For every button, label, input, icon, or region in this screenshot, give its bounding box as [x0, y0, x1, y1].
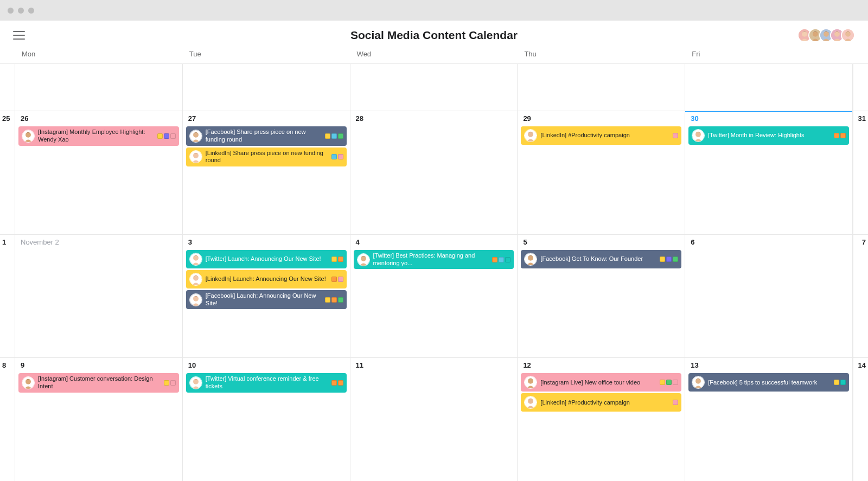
svg-point-3	[813, 31, 818, 37]
day-number: 26	[18, 114, 179, 125]
collaborator-avatars[interactable]	[801, 28, 855, 42]
assignee-avatar	[692, 129, 705, 142]
task-title: [Instagram] Customer conver­sation: Desi…	[38, 375, 161, 390]
menu-icon[interactable]	[13, 31, 25, 40]
calendar-day[interactable]: 3 [Twitter] Launch: Announcing Our New S…	[183, 235, 350, 358]
day-number: 14	[858, 361, 866, 369]
assignee-avatar	[524, 396, 537, 409]
weekday-label: Wed	[350, 48, 518, 60]
tag-swatch	[666, 256, 672, 262]
assignee-avatar	[189, 273, 202, 286]
svg-point-27	[361, 255, 366, 261]
task-card[interactable]: [LinkedIn] #Productivity campaign	[521, 126, 681, 145]
day-number: 27	[186, 114, 347, 125]
task-title: [LinkedIn] #Productivity campaign	[540, 132, 669, 139]
traffic-light-dot	[28, 8, 34, 14]
collaborator-avatar[interactable]	[841, 28, 855, 42]
task-card[interactable]: [Instagram] Monthly Employ­ee Highlight:…	[18, 126, 179, 146]
weekend-edge-right: 14	[853, 358, 868, 481]
tag-row	[325, 297, 343, 303]
tag-swatch	[331, 154, 337, 159]
task-card[interactable]: [Instagram Live] New office tour video	[521, 373, 681, 392]
calendar-day[interactable]: 28	[350, 111, 518, 234]
task-card[interactable]: [Twitter] Virtual conference re­minder &…	[186, 373, 347, 393]
tag-row	[660, 380, 678, 385]
calendar-day[interactable]	[15, 64, 183, 111]
calendar-week	[0, 63, 868, 111]
tag-swatch	[338, 256, 343, 262]
calendar-day[interactable]	[685, 64, 853, 111]
svg-point-21	[193, 255, 199, 261]
calendar-day[interactable]: 4 [Twitter] Best Practices: Managing and…	[350, 235, 518, 358]
tag-swatch	[666, 380, 672, 385]
tag-swatch	[338, 277, 343, 282]
weekend-edge-right	[853, 64, 868, 111]
calendar-day[interactable]: 12 [Instagram Live] New office tour vide…	[518, 358, 685, 481]
svg-point-23	[193, 275, 199, 281]
tag-swatch	[840, 380, 846, 385]
calendar-day[interactable]: 9 [Instagram] Customer conver­sation: De…	[15, 358, 183, 481]
tag-swatch	[673, 256, 678, 262]
calendar-day[interactable]: 11	[350, 358, 518, 481]
calendar-day[interactable]: November 2	[15, 235, 183, 358]
calendar-day[interactable]: 6	[685, 235, 853, 358]
assignee-avatar	[189, 150, 202, 163]
task-title: [LinkedIn] Launch: Announcing Our New Si…	[206, 275, 328, 283]
calendar-day[interactable]: 13 [Facebook] 5 tips to successful teamw…	[685, 358, 853, 481]
svg-point-39	[695, 379, 701, 384]
weekday-label: Thu	[518, 48, 685, 60]
svg-point-11	[25, 132, 31, 138]
tag-swatch	[331, 256, 337, 262]
calendar-day[interactable]: 5 [Facebook] Get To Know: Our Founder	[518, 235, 685, 358]
svg-point-17	[528, 132, 533, 137]
calendar-week: 1November 23 [Twitter] Launch: Announcin…	[0, 234, 868, 358]
day-number: 8	[2, 361, 6, 369]
task-card[interactable]: [Instagram] Customer conver­sation: Desi…	[18, 373, 179, 393]
task-card[interactable]: [Twitter] Launch: Announcing Our New Sit…	[186, 250, 347, 268]
tag-swatch	[338, 133, 343, 139]
task-card[interactable]: [Twitter] Best Practices: Managing and m…	[354, 250, 514, 270]
task-card[interactable]: [Facebook] Share press piece on new fund…	[186, 126, 347, 146]
window-chrome	[0, 0, 868, 21]
weekend-edge-right: 31	[853, 111, 868, 234]
svg-point-19	[695, 132, 701, 137]
task-title: [Instagram] Monthly Employ­ee Highlight:…	[38, 129, 154, 144]
tag-swatch	[338, 154, 343, 159]
weekend-edge-right: 7	[853, 235, 868, 358]
day-number: 11	[354, 361, 514, 371]
task-card[interactable]: [Twitter] Month in Review: Highlights	[688, 126, 849, 145]
tag-row	[157, 133, 176, 139]
task-card[interactable]: [Facebook] 5 tips to successful teamwork	[688, 373, 849, 392]
assignee-avatar	[524, 253, 537, 266]
task-card[interactable]: [Facebook] Get To Know: Our Founder	[521, 250, 681, 268]
calendar-day[interactable]	[183, 64, 350, 111]
tag-row	[492, 257, 510, 262]
task-card[interactable]: [LinkedIn] Launch: Announcing Our New Si…	[186, 270, 347, 288]
tag-swatch	[325, 133, 330, 139]
task-card[interactable]: [LinkedIn] Share press piece on new fund…	[186, 147, 347, 167]
task-title: [Twitter] Virtual conference re­minder &…	[206, 375, 328, 390]
assignee-avatar	[189, 293, 202, 306]
task-title: [LinkedIn] #Productivity campaign	[540, 399, 669, 407]
calendar-day[interactable]: 27 [Facebook] Share press piece on new f…	[183, 111, 350, 234]
day-number: 29	[521, 114, 681, 125]
calendar-day[interactable]	[518, 64, 685, 111]
tag-swatch	[660, 256, 665, 262]
day-number: 12	[521, 361, 681, 371]
assignee-avatar	[189, 130, 202, 143]
calendar-day[interactable]: 26 [Instagram] Monthly Employ­ee Highlig…	[15, 111, 183, 234]
tag-row	[331, 154, 343, 159]
calendar-day[interactable]: 30 [Twitter] Month in Review: Highlights	[685, 111, 853, 234]
task-title: [Instagram Live] New office tour video	[540, 379, 656, 387]
task-card[interactable]: [LinkedIn] #Productivity campaign	[521, 393, 681, 412]
calendar-day[interactable]: 10 [Twitter] Virtual conference re­minde…	[183, 358, 350, 481]
task-card[interactable]: [Facebook] Launch: An­nouncing Our New S…	[186, 290, 347, 310]
svg-point-15	[193, 153, 199, 158]
calendar-day[interactable]: 29 [LinkedIn] #Productivity campaign	[518, 111, 685, 234]
calendar-day[interactable]	[350, 64, 518, 111]
tag-swatch	[170, 380, 176, 386]
day-number: 13	[688, 361, 849, 371]
assignee-avatar	[357, 253, 370, 266]
tag-swatch	[499, 257, 504, 262]
tag-swatch	[673, 380, 678, 385]
